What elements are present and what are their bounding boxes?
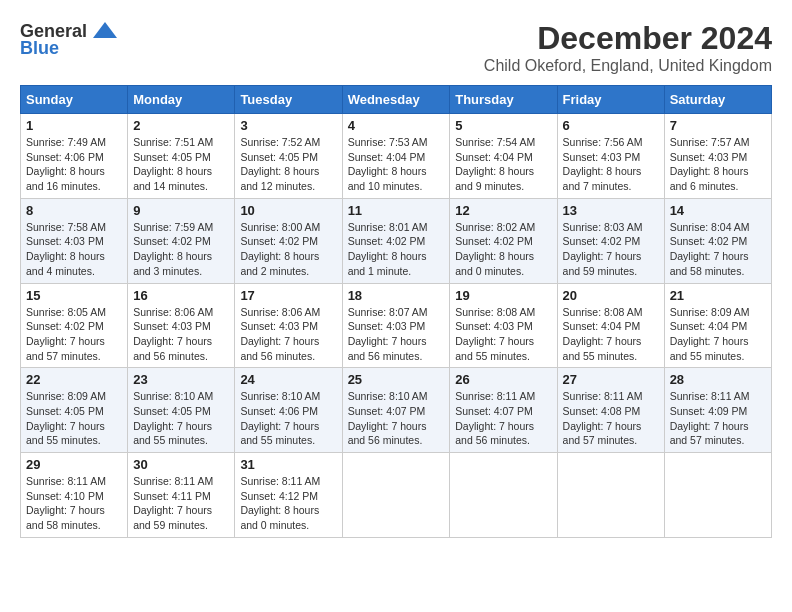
day-cell: 13Sunrise: 8:03 AMSunset: 4:02 PMDayligh…: [557, 198, 664, 283]
day-info: Sunrise: 8:07 AMSunset: 4:03 PMDaylight:…: [348, 305, 445, 364]
day-cell: 5Sunrise: 7:54 AMSunset: 4:04 PMDaylight…: [450, 114, 557, 199]
day-cell: 25Sunrise: 8:10 AMSunset: 4:07 PMDayligh…: [342, 368, 450, 453]
day-info: Sunrise: 7:52 AMSunset: 4:05 PMDaylight:…: [240, 135, 336, 194]
day-cell: 8Sunrise: 7:58 AMSunset: 4:03 PMDaylight…: [21, 198, 128, 283]
day-number: 14: [670, 203, 766, 218]
week-row-4: 22Sunrise: 8:09 AMSunset: 4:05 PMDayligh…: [21, 368, 772, 453]
day-number: 12: [455, 203, 551, 218]
day-info: Sunrise: 8:10 AMSunset: 4:05 PMDaylight:…: [133, 389, 229, 448]
day-number: 20: [563, 288, 659, 303]
day-number: 17: [240, 288, 336, 303]
day-number: 24: [240, 372, 336, 387]
day-cell: 16Sunrise: 8:06 AMSunset: 4:03 PMDayligh…: [128, 283, 235, 368]
day-number: 11: [348, 203, 445, 218]
day-number: 10: [240, 203, 336, 218]
day-cell: 20Sunrise: 8:08 AMSunset: 4:04 PMDayligh…: [557, 283, 664, 368]
day-info: Sunrise: 8:03 AMSunset: 4:02 PMDaylight:…: [563, 220, 659, 279]
day-info: Sunrise: 7:56 AMSunset: 4:03 PMDaylight:…: [563, 135, 659, 194]
day-number: 5: [455, 118, 551, 133]
day-info: Sunrise: 8:09 AMSunset: 4:04 PMDaylight:…: [670, 305, 766, 364]
col-saturday: Saturday: [664, 86, 771, 114]
day-number: 6: [563, 118, 659, 133]
day-number: 3: [240, 118, 336, 133]
day-cell: 29Sunrise: 8:11 AMSunset: 4:10 PMDayligh…: [21, 453, 128, 538]
day-info: Sunrise: 7:57 AMSunset: 4:03 PMDaylight:…: [670, 135, 766, 194]
col-wednesday: Wednesday: [342, 86, 450, 114]
day-cell: 21Sunrise: 8:09 AMSunset: 4:04 PMDayligh…: [664, 283, 771, 368]
day-number: 23: [133, 372, 229, 387]
day-cell: 9Sunrise: 7:59 AMSunset: 4:02 PMDaylight…: [128, 198, 235, 283]
logo: General Blue: [20, 20, 119, 59]
col-tuesday: Tuesday: [235, 86, 342, 114]
day-cell: 30Sunrise: 8:11 AMSunset: 4:11 PMDayligh…: [128, 453, 235, 538]
day-info: Sunrise: 8:08 AMSunset: 4:03 PMDaylight:…: [455, 305, 551, 364]
calendar-body: 1Sunrise: 7:49 AMSunset: 4:06 PMDaylight…: [21, 114, 772, 538]
day-info: Sunrise: 8:11 AMSunset: 4:11 PMDaylight:…: [133, 474, 229, 533]
day-cell: 22Sunrise: 8:09 AMSunset: 4:05 PMDayligh…: [21, 368, 128, 453]
header: General Blue December 2024 Child Okeford…: [20, 20, 772, 75]
day-info: Sunrise: 7:58 AMSunset: 4:03 PMDaylight:…: [26, 220, 122, 279]
week-row-1: 1Sunrise: 7:49 AMSunset: 4:06 PMDaylight…: [21, 114, 772, 199]
day-cell: 17Sunrise: 8:06 AMSunset: 4:03 PMDayligh…: [235, 283, 342, 368]
header-row: Sunday Monday Tuesday Wednesday Thursday…: [21, 86, 772, 114]
day-number: 18: [348, 288, 445, 303]
day-info: Sunrise: 8:10 AMSunset: 4:07 PMDaylight:…: [348, 389, 445, 448]
day-cell: [557, 453, 664, 538]
col-sunday: Sunday: [21, 86, 128, 114]
day-number: 25: [348, 372, 445, 387]
day-cell: 15Sunrise: 8:05 AMSunset: 4:02 PMDayligh…: [21, 283, 128, 368]
title-area: December 2024 Child Okeford, England, Un…: [484, 20, 772, 75]
day-info: Sunrise: 8:11 AMSunset: 4:09 PMDaylight:…: [670, 389, 766, 448]
day-cell: 10Sunrise: 8:00 AMSunset: 4:02 PMDayligh…: [235, 198, 342, 283]
day-info: Sunrise: 8:08 AMSunset: 4:04 PMDaylight:…: [563, 305, 659, 364]
day-number: 28: [670, 372, 766, 387]
day-cell: 12Sunrise: 8:02 AMSunset: 4:02 PMDayligh…: [450, 198, 557, 283]
col-thursday: Thursday: [450, 86, 557, 114]
day-number: 13: [563, 203, 659, 218]
day-cell: 26Sunrise: 8:11 AMSunset: 4:07 PMDayligh…: [450, 368, 557, 453]
day-number: 27: [563, 372, 659, 387]
day-cell: 7Sunrise: 7:57 AMSunset: 4:03 PMDaylight…: [664, 114, 771, 199]
day-info: Sunrise: 7:54 AMSunset: 4:04 PMDaylight:…: [455, 135, 551, 194]
day-number: 2: [133, 118, 229, 133]
day-cell: 11Sunrise: 8:01 AMSunset: 4:02 PMDayligh…: [342, 198, 450, 283]
col-monday: Monday: [128, 86, 235, 114]
day-number: 1: [26, 118, 122, 133]
day-number: 15: [26, 288, 122, 303]
col-friday: Friday: [557, 86, 664, 114]
day-info: Sunrise: 7:51 AMSunset: 4:05 PMDaylight:…: [133, 135, 229, 194]
day-cell: 31Sunrise: 8:11 AMSunset: 4:12 PMDayligh…: [235, 453, 342, 538]
day-info: Sunrise: 8:11 AMSunset: 4:10 PMDaylight:…: [26, 474, 122, 533]
day-number: 9: [133, 203, 229, 218]
location-title: Child Okeford, England, United Kingdom: [484, 57, 772, 75]
day-info: Sunrise: 8:11 AMSunset: 4:07 PMDaylight:…: [455, 389, 551, 448]
day-info: Sunrise: 8:01 AMSunset: 4:02 PMDaylight:…: [348, 220, 445, 279]
day-number: 16: [133, 288, 229, 303]
day-cell: 2Sunrise: 7:51 AMSunset: 4:05 PMDaylight…: [128, 114, 235, 199]
day-cell: 3Sunrise: 7:52 AMSunset: 4:05 PMDaylight…: [235, 114, 342, 199]
day-number: 8: [26, 203, 122, 218]
day-info: Sunrise: 7:53 AMSunset: 4:04 PMDaylight:…: [348, 135, 445, 194]
day-cell: 28Sunrise: 8:11 AMSunset: 4:09 PMDayligh…: [664, 368, 771, 453]
day-number: 4: [348, 118, 445, 133]
logo-icon: [91, 20, 119, 42]
day-cell: 14Sunrise: 8:04 AMSunset: 4:02 PMDayligh…: [664, 198, 771, 283]
day-cell: 19Sunrise: 8:08 AMSunset: 4:03 PMDayligh…: [450, 283, 557, 368]
day-number: 7: [670, 118, 766, 133]
day-info: Sunrise: 8:11 AMSunset: 4:12 PMDaylight:…: [240, 474, 336, 533]
week-row-3: 15Sunrise: 8:05 AMSunset: 4:02 PMDayligh…: [21, 283, 772, 368]
day-cell: 27Sunrise: 8:11 AMSunset: 4:08 PMDayligh…: [557, 368, 664, 453]
day-number: 29: [26, 457, 122, 472]
day-info: Sunrise: 8:11 AMSunset: 4:08 PMDaylight:…: [563, 389, 659, 448]
day-info: Sunrise: 8:10 AMSunset: 4:06 PMDaylight:…: [240, 389, 336, 448]
day-cell: 4Sunrise: 7:53 AMSunset: 4:04 PMDaylight…: [342, 114, 450, 199]
day-cell: 1Sunrise: 7:49 AMSunset: 4:06 PMDaylight…: [21, 114, 128, 199]
day-number: 30: [133, 457, 229, 472]
day-number: 22: [26, 372, 122, 387]
day-info: Sunrise: 8:06 AMSunset: 4:03 PMDaylight:…: [133, 305, 229, 364]
day-cell: 18Sunrise: 8:07 AMSunset: 4:03 PMDayligh…: [342, 283, 450, 368]
day-info: Sunrise: 7:59 AMSunset: 4:02 PMDaylight:…: [133, 220, 229, 279]
day-number: 26: [455, 372, 551, 387]
day-info: Sunrise: 7:49 AMSunset: 4:06 PMDaylight:…: [26, 135, 122, 194]
day-info: Sunrise: 8:05 AMSunset: 4:02 PMDaylight:…: [26, 305, 122, 364]
